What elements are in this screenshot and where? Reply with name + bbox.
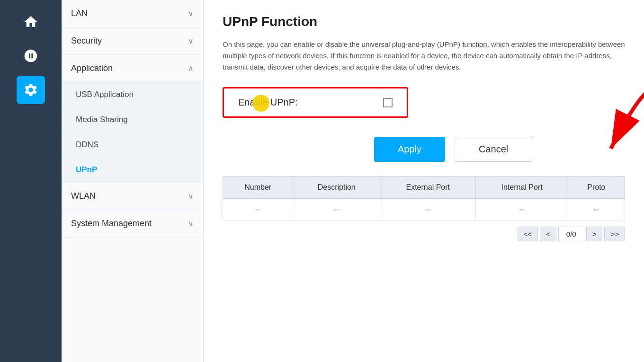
cell-number: -- [223, 199, 293, 221]
nav-item-wlan[interactable]: WLAN ∨ [62, 183, 203, 210]
col-number: Number [223, 177, 293, 199]
nav-sub-item-media-sharing[interactable]: Media Sharing [62, 107, 203, 132]
col-internal-port: Internal Port [476, 177, 568, 199]
page-first-button[interactable]: << [518, 227, 538, 241]
col-proto: Proto [568, 177, 625, 199]
chevron-icon: ∨ [188, 219, 194, 228]
page-prev-button[interactable]: < [540, 227, 556, 241]
chevron-icon: ∨ [188, 192, 194, 201]
nav-panel: LAN ∨ Security ∨ Application ∧ USB Appli… [62, 0, 204, 362]
apply-button[interactable]: Apply [374, 137, 445, 162]
page-next-button[interactable]: > [586, 227, 603, 241]
nav-item-application[interactable]: Application ∧ [62, 55, 203, 82]
main-content: UPnP Function On this page, you can enab… [204, 0, 644, 362]
nav-sub-item-ddns[interactable]: DDNS [62, 132, 203, 158]
cell-description: -- [293, 199, 380, 221]
upnp-checkbox[interactable] [383, 98, 393, 107]
nav-item-security[interactable]: Security ∨ [62, 27, 203, 55]
page-last-button[interactable]: >> [604, 227, 625, 241]
sidebar-icon-status[interactable] [17, 42, 45, 70]
nav-item-system-mgmt[interactable]: System Management ∨ [62, 210, 203, 238]
sidebar [0, 0, 62, 362]
cell-internal-port: -- [476, 199, 568, 221]
pagination: << < 0/0 > >> [223, 227, 625, 241]
col-external-port: External Port [380, 177, 476, 199]
sidebar-icon-home[interactable] [17, 8, 45, 36]
page-description: On this page, you can enable or disable … [223, 39, 625, 73]
upnp-enable-box: Enable UPnP: [223, 87, 408, 118]
page-title: UPnP Function [223, 14, 625, 29]
chevron-icon: ∨ [188, 36, 194, 45]
annotation-container: Enable UPnP: [223, 87, 635, 123]
upnp-label: Enable UPnP: [238, 97, 298, 108]
cell-proto: -- [568, 199, 625, 221]
cell-external-port: -- [380, 199, 476, 221]
sidebar-icon-settings[interactable] [17, 76, 45, 104]
chevron-icon: ∨ [188, 9, 194, 18]
upnp-table: Number Description External Port Interna… [223, 176, 625, 221]
nav-sub-item-usb[interactable]: USB Application [62, 82, 203, 107]
button-row: Apply Cancel [374, 137, 625, 162]
cancel-button[interactable]: Cancel [455, 137, 532, 162]
nav-sub-item-upnp[interactable]: UPnP [62, 158, 203, 183]
chevron-icon: ∧ [188, 64, 194, 73]
nav-item-lan[interactable]: LAN ∨ [62, 0, 203, 27]
page-info: 0/0 [558, 227, 584, 241]
col-description: Description [293, 177, 380, 199]
table-row: -- -- -- -- -- [223, 199, 625, 221]
